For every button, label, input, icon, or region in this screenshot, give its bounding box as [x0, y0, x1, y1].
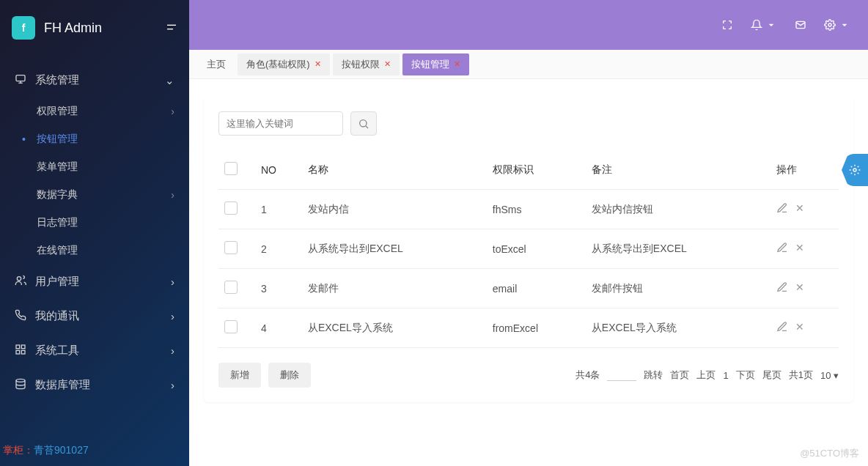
chevron-right-icon: ›: [171, 189, 174, 201]
svg-rect-9: [21, 350, 25, 354]
sidebar-footer: 掌柜：青苔901027: [0, 435, 189, 466]
nav-sub-item[interactable]: 在线管理: [0, 237, 189, 265]
pager-total: 共4条: [575, 369, 600, 382]
nav-group-label: 数据库管理: [35, 378, 90, 392]
pager-last[interactable]: 尾页: [762, 369, 781, 382]
svg-point-10: [16, 379, 25, 382]
checkbox-all[interactable]: [224, 162, 238, 175]
pager-jump[interactable]: 跳转: [644, 369, 663, 382]
pager-current: 1: [723, 370, 728, 381]
nav-sub-label: 数据字典: [37, 188, 78, 201]
nav-sub-label: 按钮管理: [37, 133, 78, 146]
tab-label: 角色(基础权限): [246, 58, 310, 71]
card: NO名称权限标识备注操作 1 发站内信 fhSms 发站内信按钮 ✕ 2 从系统…: [204, 97, 853, 402]
svg-rect-8: [16, 350, 20, 354]
cell-no: 3: [255, 269, 302, 308]
table-row: 1 发站内信 fhSms 发站内信按钮 ✕: [218, 190, 839, 229]
menu-toggle-icon[interactable]: [166, 21, 177, 35]
add-button[interactable]: 新增: [218, 363, 261, 388]
nav-sub-label: 在线管理: [37, 244, 78, 257]
svg-line-14: [366, 126, 368, 128]
svg-rect-6: [16, 345, 20, 349]
table-row: 2 从系统导出到EXCEL toExcel 从系统导出到EXCEL ✕: [218, 229, 839, 269]
tabs: 主页角色(基础权限)✕按钮权限✕按钮管理✕: [189, 50, 868, 79]
pager-prev[interactable]: 上页: [696, 369, 716, 382]
tab-label: 主页: [207, 58, 226, 71]
edit-icon[interactable]: [776, 242, 788, 256]
watermark: @51CTO博客: [800, 447, 859, 460]
tab[interactable]: 按钮权限✕: [333, 53, 400, 75]
cell-note: 发站内信按钮: [586, 190, 770, 229]
mail-icon[interactable]: [795, 19, 806, 31]
cell-perm: fromExcel: [487, 308, 586, 348]
pager-next[interactable]: 下页: [736, 369, 755, 382]
chevron-right-icon: ›: [171, 379, 174, 391]
nav-sub-label: 日志管理: [37, 216, 78, 229]
nav-group[interactable]: 用户管理›: [0, 265, 189, 299]
topbar: [189, 0, 868, 50]
cell-note: 从EXCEL导入系统: [586, 308, 770, 348]
checkbox[interactable]: [224, 281, 238, 294]
delete-icon[interactable]: ✕: [795, 281, 804, 295]
nav-sub-item[interactable]: 日志管理: [0, 209, 189, 237]
nav: 系统管理⌄权限管理›按钮管理菜单管理数据字典›日志管理在线管理用户管理›我的通讯…: [0, 56, 189, 435]
nav-group[interactable]: 系统管理⌄: [0, 63, 189, 97]
tab[interactable]: 按钮管理✕: [402, 53, 469, 75]
cell-name: 发邮件: [302, 269, 487, 308]
chevron-right-icon: ›: [171, 344, 174, 357]
table-header: [218, 150, 255, 190]
cell-note: 发邮件按钮: [586, 269, 770, 308]
cell-name: 从EXCEL导入系统: [302, 308, 487, 348]
chevron-right-icon: ›: [171, 310, 174, 322]
edit-icon[interactable]: [776, 202, 788, 216]
cell-no: 1: [255, 190, 302, 229]
svg-point-13: [360, 119, 367, 126]
checkbox[interactable]: [224, 241, 238, 254]
delete-icon[interactable]: ✕: [795, 242, 804, 256]
nav-group[interactable]: 我的通讯›: [0, 299, 189, 333]
content: NO名称权限标识备注操作 1 发站内信 fhSms 发站内信按钮 ✕ 2 从系统…: [189, 79, 868, 466]
data-table: NO名称权限标识备注操作 1 发站内信 fhSms 发站内信按钮 ✕ 2 从系统…: [218, 150, 839, 348]
tab[interactable]: 角色(基础权限)✕: [238, 53, 330, 75]
chevron-right-icon: ›: [171, 275, 174, 288]
svg-point-12: [828, 23, 831, 26]
search-button[interactable]: [350, 111, 377, 136]
table-header: 权限标识: [487, 150, 586, 190]
cell-perm: toExcel: [487, 229, 586, 269]
search-input[interactable]: [218, 111, 343, 136]
close-icon[interactable]: ✕: [454, 59, 460, 69]
brand-logo: f: [12, 16, 35, 40]
table-header: 名称: [302, 150, 487, 190]
edit-icon[interactable]: [776, 321, 788, 335]
nav-sub-item[interactable]: 权限管理›: [0, 97, 189, 125]
close-icon[interactable]: ✕: [315, 59, 321, 69]
pager-jump-input[interactable]: [607, 369, 636, 381]
gear-icon[interactable]: [824, 19, 850, 31]
nav-group[interactable]: 数据库管理›: [0, 368, 189, 402]
table-header: NO: [255, 150, 302, 190]
search-icon: [358, 118, 369, 130]
checkbox[interactable]: [224, 320, 238, 333]
nav-sub-item[interactable]: 数据字典›: [0, 181, 189, 209]
nav-sub-item[interactable]: 菜单管理: [0, 153, 189, 181]
pager-size[interactable]: 10 ▾: [820, 370, 839, 381]
fullscreen-icon[interactable]: [721, 19, 733, 31]
edit-icon[interactable]: [776, 281, 788, 295]
nav-sub-item[interactable]: 按钮管理: [0, 125, 189, 153]
nav-group-label: 系统管理: [35, 73, 79, 87]
database-icon: [15, 378, 26, 392]
svg-rect-2: [16, 75, 25, 81]
delete-button[interactable]: 删除: [268, 363, 311, 388]
pager-first[interactable]: 首页: [670, 369, 689, 382]
nav-group-label: 我的通讯: [35, 309, 79, 323]
cell-note: 从系统导出到EXCEL: [586, 229, 770, 269]
tab[interactable]: 主页: [198, 53, 235, 75]
delete-icon[interactable]: ✕: [795, 202, 804, 216]
delete-icon[interactable]: ✕: [795, 321, 804, 335]
checkbox[interactable]: [224, 201, 238, 215]
users-icon: [15, 275, 26, 289]
cell-name: 从系统导出到EXCEL: [302, 229, 487, 269]
nav-group[interactable]: 系统工具›: [0, 333, 189, 368]
bell-icon[interactable]: [751, 19, 777, 31]
close-icon[interactable]: ✕: [384, 59, 391, 69]
